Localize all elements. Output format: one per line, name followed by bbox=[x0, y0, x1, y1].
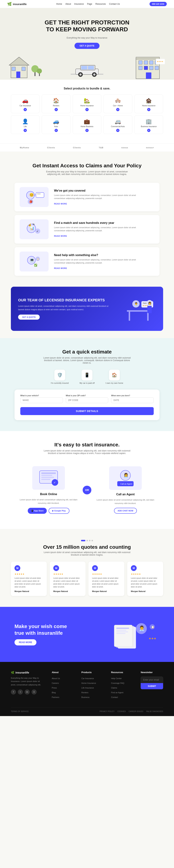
footer-resources-title: Resources bbox=[111, 671, 134, 674]
vehicle-input[interactable] bbox=[20, 397, 63, 403]
access-card-2-link[interactable]: READ MORE bbox=[54, 235, 67, 237]
brand-myhome: MyHome bbox=[20, 147, 29, 149]
footer-products-link-4[interactable]: Renters bbox=[81, 691, 88, 693]
add-car-button[interactable]: + bbox=[24, 108, 27, 111]
product-home[interactable]: 🏡 Home Insurance + bbox=[73, 95, 101, 113]
add-home2-button[interactable]: + bbox=[147, 108, 150, 111]
app-store-button[interactable]: 📱 App Store bbox=[28, 508, 47, 514]
brand-clients1: Clients bbox=[47, 147, 55, 149]
svg-text:✓: ✓ bbox=[36, 230, 38, 233]
quotes-subtext: Lorem ipsum dolor sit amet consectetuer … bbox=[42, 551, 132, 556]
access-card-3-text: Lorem ipsum dolor sit amet consectetuer … bbox=[54, 258, 145, 265]
product-renters[interactable]: 🏠 Renters + bbox=[42, 95, 70, 113]
add-car-home-button[interactable]: + bbox=[116, 108, 119, 111]
product-business[interactable]: 🏢 Business Insurance + bbox=[135, 115, 163, 134]
linkedin-icon[interactable]: li bbox=[32, 689, 37, 694]
nav-home[interactable]: Home bbox=[56, 3, 62, 5]
dot-2[interactable] bbox=[86, 540, 88, 541]
footer-newsletter-col: Newsletter SUBMIT bbox=[141, 671, 163, 700]
footer-cookies[interactable]: COOKIES bbox=[117, 710, 126, 712]
footer-about-link-3[interactable]: Press bbox=[52, 687, 57, 689]
nav-resources[interactable]: Resources bbox=[95, 3, 106, 5]
footer-products-link-2[interactable]: Home Insurance bbox=[81, 682, 96, 684]
add-business-button[interactable]: + bbox=[147, 129, 150, 132]
add-renters-button[interactable]: + bbox=[55, 108, 58, 111]
nav-about[interactable]: About bbox=[65, 3, 71, 5]
cta-illustration: 👨‍💼 ★★★ 📋 bbox=[74, 618, 160, 651]
footer-about-link-4[interactable]: Blog bbox=[52, 691, 56, 693]
dot-3[interactable] bbox=[89, 540, 90, 541]
dot-1[interactable] bbox=[81, 540, 85, 541]
access-section: Get Instant Access to Claims and Your Po… bbox=[0, 152, 174, 287]
product-life[interactable]: 👤 Life + bbox=[11, 115, 39, 134]
experts-cta-button[interactable]: GET A QUOTE bbox=[18, 315, 40, 320]
footer-about-link-5[interactable]: Partners bbox=[52, 696, 59, 698]
footer-about-link-2[interactable]: Careers bbox=[52, 682, 59, 684]
instagram-icon[interactable]: in bbox=[25, 689, 30, 694]
product-auto[interactable]: 🚙 Auto + bbox=[42, 115, 70, 134]
estimate-submit-button[interactable]: SUBMIT DETAILS bbox=[20, 407, 154, 415]
footer-products-link-5[interactable]: Business bbox=[81, 696, 90, 698]
footer-resources-link-4[interactable]: Find an Agent bbox=[111, 691, 123, 693]
newsletter-email-input[interactable] bbox=[141, 677, 163, 683]
cta-banner: Make your wish come true with insuranlif… bbox=[0, 607, 174, 662]
access-card-1-link[interactable]: READ MORE bbox=[54, 203, 67, 205]
stars-4: ★★★★★ bbox=[131, 573, 160, 575]
experts-banner: OUR TEAM OF LECENSED INSURANCE EXPERTS L… bbox=[11, 287, 163, 331]
add-home-button[interactable]: + bbox=[85, 108, 89, 111]
svg-rect-27 bbox=[155, 66, 158, 70]
product-commercial[interactable]: 🚐 Commercial Auto + bbox=[104, 115, 132, 134]
brand-clients2: Clients bbox=[73, 147, 81, 149]
product-car[interactable]: 🚗 Car Insurance + bbox=[11, 95, 39, 113]
phone-button[interactable]: 000 123 1234 bbox=[149, 2, 167, 6]
svg-text:★★★★: ★★★★ bbox=[157, 61, 163, 62]
footer-resources-link-1[interactable]: Help Center bbox=[111, 677, 122, 680]
product-car-home[interactable]: 🏘️ Car + Home + bbox=[104, 95, 132, 113]
dot-4[interactable] bbox=[91, 540, 93, 541]
step1-icon: 🛡️ bbox=[54, 370, 65, 380]
google-play-button[interactable]: ▶ Google Play bbox=[49, 508, 69, 514]
newsletter-submit-button[interactable]: SUBMIT bbox=[141, 683, 163, 689]
nav-contact[interactable]: Contact Us bbox=[109, 3, 120, 5]
footer-resources-link-3[interactable]: Claims bbox=[111, 687, 117, 689]
quotes-section-header: Over 15 million quotes and counting Lore… bbox=[11, 540, 163, 556]
access-card-3-link[interactable]: READ MORE bbox=[54, 267, 67, 269]
date-input[interactable] bbox=[111, 397, 154, 403]
nav-insurance[interactable]: Insurance bbox=[74, 3, 84, 5]
svg-rect-78 bbox=[116, 631, 128, 632]
footer-products-link-3[interactable]: Life Insurance bbox=[81, 687, 94, 689]
footer-resources-link-2[interactable]: Coverage FAQ bbox=[111, 682, 124, 684]
add-commercial-button[interactable]: + bbox=[116, 129, 119, 132]
footer-resources-link-5[interactable]: Contact bbox=[111, 696, 118, 698]
add-life-button[interactable]: + bbox=[24, 129, 27, 132]
live-chat-button[interactable]: ADD CHAT NOW bbox=[114, 508, 137, 514]
svg-rect-26 bbox=[149, 66, 153, 70]
date-field-group: When were you born? bbox=[111, 395, 154, 403]
nav-page[interactable]: Page bbox=[87, 3, 92, 5]
access-card-3-title: Need help with something else? bbox=[54, 253, 145, 257]
svg-rect-17 bbox=[88, 66, 94, 69]
cta-button[interactable]: READ MORE bbox=[14, 639, 36, 645]
svg-rect-24 bbox=[139, 66, 142, 70]
product-home2[interactable]: 🏚️ Home Insurance + bbox=[135, 95, 163, 113]
access-card-2-title: Find a match and save hundreds every yea… bbox=[54, 221, 145, 224]
product-home-biz[interactable]: 💼 Home Business + bbox=[73, 115, 101, 134]
svg-rect-49 bbox=[127, 310, 150, 312]
experts-text-body: Lorem ipsum dolor sit amet, consectetuer… bbox=[18, 304, 109, 311]
facebook-icon[interactable]: f bbox=[11, 689, 16, 694]
footer-privacy[interactable]: PRIVACY POLICY bbox=[99, 710, 114, 712]
svg-rect-25 bbox=[144, 66, 148, 70]
twitter-icon[interactable]: t bbox=[18, 689, 23, 694]
estimate-step-1: 🛡️ I'm currently insured bbox=[51, 370, 69, 384]
zip-input[interactable] bbox=[66, 397, 108, 403]
svg-text:✅: ✅ bbox=[34, 264, 37, 267]
footer-diagnoses[interactable]: FALSE DIAGNOSES bbox=[146, 710, 163, 712]
footer-career[interactable]: CAREER ISSUES bbox=[128, 710, 143, 712]
add-home-biz-button[interactable]: + bbox=[85, 129, 89, 132]
hero-cta-button[interactable]: GET A QUOTE bbox=[75, 43, 99, 49]
business-icon: 🏢 bbox=[136, 118, 162, 124]
svg-rect-77 bbox=[116, 630, 126, 630]
add-auto-button[interactable]: + bbox=[55, 129, 58, 132]
footer-products-link-1[interactable]: Car Insurance bbox=[81, 677, 94, 680]
footer-about-link-1[interactable]: About Us bbox=[52, 677, 60, 680]
